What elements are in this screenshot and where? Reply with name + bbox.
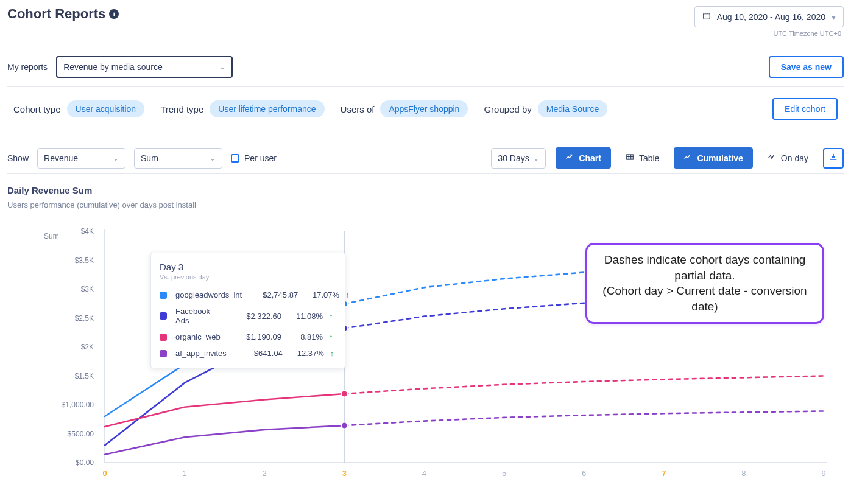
metric-select[interactable]: Revenue ⌄	[37, 148, 125, 169]
calendar-icon	[702, 12, 711, 22]
tooltip-series-name: organic_web	[175, 332, 225, 341]
edit-cohort-button[interactable]: Edit cohort	[772, 98, 838, 120]
tooltip-series-pct: 8.81%	[288, 332, 323, 341]
on-day-icon	[768, 153, 776, 163]
chevron-down-icon: ▾	[832, 12, 836, 22]
tooltip-series-pct: 17.07%	[304, 290, 339, 299]
chart-tooltip: Day 3 Vs. previous day googleadwords_int…	[150, 253, 345, 368]
y-tick-label: $4K	[81, 227, 94, 236]
trend-up-icon: ↑	[329, 332, 336, 341]
checkbox-icon	[231, 154, 239, 163]
x-tick-label: 9	[821, 469, 825, 478]
cohort-type-label: Cohort type	[13, 104, 61, 114]
per-user-checkbox[interactable]: Per user	[231, 153, 277, 163]
svg-rect-0	[703, 13, 710, 19]
tooltip-series-name: Facebook Ads	[175, 307, 225, 325]
tooltip-row: af_app_invites$641.0412.37%↑	[160, 345, 336, 362]
date-range-picker[interactable]: Aug 10, 2020 - Aug 16, 2020 ▾	[694, 6, 844, 27]
series-swatch	[160, 312, 167, 320]
save-as-new-button[interactable]: Save as new	[769, 56, 844, 78]
cumulative-label: Cumulative	[697, 153, 743, 163]
y-tick-label: $3.5K	[75, 256, 94, 265]
y-tick-label: $1.5K	[75, 372, 94, 380]
users-of-label: Users of	[341, 104, 375, 114]
per-user-label: Per user	[244, 153, 277, 163]
y-tick-label: $0.00	[76, 458, 94, 467]
x-tick-label: 7	[662, 469, 666, 478]
tooltip-series-name: af_app_invites	[175, 349, 227, 358]
on-day-button[interactable]: On day	[763, 147, 813, 169]
series-swatch	[160, 350, 167, 357]
chart-view-button[interactable]: Chart	[556, 147, 611, 169]
timezone-label: UTC Timezone UTC+0	[773, 30, 841, 37]
page-title: Cohort Reports	[7, 6, 105, 22]
table-icon	[626, 153, 634, 163]
grouped-by-label: Grouped by	[484, 104, 531, 114]
tooltip-title: Day 3	[160, 262, 336, 272]
my-reports-select[interactable]: Revenue by media source ⌄	[56, 56, 233, 78]
show-label: Show	[7, 153, 29, 163]
my-reports-label: My reports	[7, 62, 48, 72]
x-axis-label: Days post install	[764, 480, 817, 481]
download-icon	[828, 152, 838, 164]
y-tick-label: $1,000.00	[62, 401, 94, 409]
download-button[interactable]	[823, 148, 844, 169]
my-reports-selected: Revenue by media source	[63, 62, 163, 72]
trend-up-icon: ↑	[345, 290, 353, 299]
chevron-down-icon: ⌄	[210, 154, 216, 163]
trend-type-label: Trend type	[160, 104, 203, 114]
cumulative-button[interactable]: Cumulative	[674, 147, 752, 169]
aggregation-select[interactable]: Sum ⌄	[134, 148, 222, 169]
y-tick-label: $500.00	[68, 430, 94, 438]
series-marker	[341, 422, 348, 429]
series-line-solid	[105, 425, 344, 455]
series-line-solid	[105, 394, 344, 427]
cohort-type-pill[interactable]: User acquisition	[67, 100, 145, 117]
chevron-down-icon: ⌄	[533, 154, 539, 163]
grouped-by-pill[interactable]: Media Source	[538, 100, 607, 117]
annotation-callout: Dashes indicate cohort days containing p…	[585, 243, 824, 324]
x-tick-label: 3	[342, 469, 347, 478]
series-marker	[341, 390, 348, 397]
date-range-text: Aug 10, 2020 - Aug 16, 2020	[717, 12, 825, 22]
tooltip-series-value: $2,745.87	[248, 290, 298, 299]
table-view-button[interactable]: Table	[621, 147, 664, 169]
tooltip-series-pct: 12.37%	[289, 349, 324, 358]
metric-selected: Revenue	[44, 153, 78, 163]
chart-title: Daily Revenue Sum	[7, 185, 844, 195]
tooltip-series-name: googleadwords_int	[175, 290, 242, 299]
aggregation-selected: Sum	[141, 153, 158, 163]
chart-subtitle: Users performance (cumulative) over days…	[7, 200, 844, 209]
x-tick-label: 0	[102, 469, 107, 478]
y-tick-label: $2K	[81, 343, 94, 351]
tooltip-row: googleadwords_int$2,745.8717.07%↑	[160, 287, 336, 303]
chevron-down-icon: ⌄	[219, 63, 225, 71]
chart-icon	[565, 153, 574, 163]
x-tick-label: 4	[422, 469, 426, 478]
x-tick-label: 6	[582, 469, 586, 478]
y-tick-label: $2.5K	[75, 314, 94, 323]
trend-up-icon: ↑	[329, 312, 336, 321]
x-tick-label: 5	[502, 469, 506, 478]
table-view-label: Table	[639, 153, 659, 163]
series-line-dashed	[344, 376, 824, 394]
x-tick-label: 1	[182, 469, 186, 478]
tooltip-series-pct: 11.08%	[288, 312, 323, 321]
trend-up-icon: ↑	[330, 349, 337, 358]
x-tick-label: 2	[263, 469, 267, 478]
tooltip-row: organic_web$1,190.098.81%↑	[160, 329, 336, 345]
days-select[interactable]: 30 Days ⌄	[491, 148, 546, 169]
y-tick-label: $3K	[81, 285, 94, 293]
days-selected: 30 Days	[498, 153, 529, 163]
tooltip-subtitle: Vs. previous day	[160, 273, 336, 281]
series-swatch	[160, 292, 167, 299]
chart-view-label: Chart	[579, 153, 601, 163]
tooltip-series-value: $641.04	[233, 349, 283, 358]
trend-type-pill[interactable]: User lifetime performance	[210, 100, 324, 117]
series-line-dashed	[344, 411, 824, 425]
info-icon[interactable]: i	[109, 9, 119, 19]
y-axis-label: Sum	[44, 232, 59, 240]
on-day-label: On day	[781, 153, 808, 163]
chevron-down-icon: ⌄	[113, 154, 119, 163]
users-of-pill[interactable]: AppsFlyer shoppin	[380, 100, 468, 117]
